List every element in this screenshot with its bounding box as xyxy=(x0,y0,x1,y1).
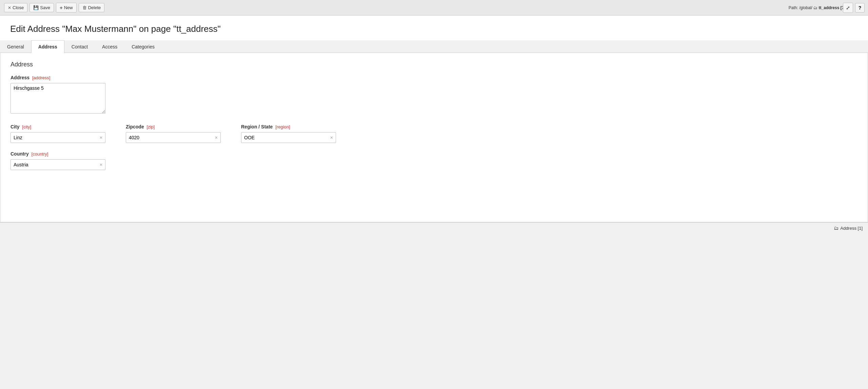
section-heading: Address xyxy=(11,61,857,68)
city-clear-button[interactable]: × xyxy=(97,135,105,140)
delete-icon: 🗑 xyxy=(82,5,87,10)
zipcode-input[interactable] xyxy=(126,132,212,143)
city-key: [city] xyxy=(22,124,31,129)
zipcode-label: Zipcode [zip] xyxy=(126,124,221,129)
page-footer: 🗂 Address [1] xyxy=(0,222,868,233)
zipcode-input-wrapper: × xyxy=(126,132,221,143)
address-key: [address] xyxy=(32,75,50,80)
new-button[interactable]: + New xyxy=(56,3,77,13)
external-link-button[interactable]: ⤢ xyxy=(843,3,853,13)
address-badge-icon: 🗂 xyxy=(834,225,839,231)
footer-badge: 🗂 Address [1] xyxy=(834,225,863,231)
page-title: Edit Address "Max Mustermann" on page "t… xyxy=(10,24,858,34)
footer-badge-label: Address [1] xyxy=(840,226,863,231)
close-label: Close xyxy=(13,5,24,10)
city-input[interactable] xyxy=(11,132,97,143)
region-field: Region / State [region] × xyxy=(241,124,336,143)
tab-access[interactable]: Access xyxy=(95,40,124,53)
save-button[interactable]: 💾 Save xyxy=(29,3,54,12)
path-page: 🗂 xyxy=(813,5,817,10)
city-label: City [city] xyxy=(11,124,105,129)
region-clear-button[interactable]: × xyxy=(328,135,336,140)
path-info: Path: /global/ 🗂 tt_address [78] xyxy=(789,5,848,10)
country-clear-button[interactable]: × xyxy=(97,162,105,167)
save-label: Save xyxy=(40,5,50,10)
region-label: Region / State [region] xyxy=(241,124,336,129)
top-right-actions: ⤢ ? xyxy=(843,3,865,13)
region-key: [region] xyxy=(275,124,290,129)
save-icon: 💾 xyxy=(33,5,39,10)
region-input-wrapper: × xyxy=(241,132,336,143)
city-zip-region-row: City [city] × Zipcode [zip] × Region / S… xyxy=(11,124,857,143)
country-input-wrapper: × xyxy=(11,159,105,170)
close-button[interactable]: ✕ Close xyxy=(4,3,27,12)
path-text: Path: /global/ xyxy=(789,5,812,10)
address-textarea[interactable] xyxy=(11,83,105,114)
zipcode-key: [zip] xyxy=(147,124,155,129)
city-input-wrapper: × xyxy=(11,132,105,143)
tab-categories[interactable]: Categories xyxy=(124,40,162,53)
country-key: [country] xyxy=(32,151,48,157)
main-content: Address Address [address] City [city] × … xyxy=(0,53,868,222)
zipcode-field: Zipcode [zip] × xyxy=(126,124,221,143)
tab-address[interactable]: Address xyxy=(31,40,64,53)
address-field-section: Address [address] xyxy=(11,75,857,115)
zipcode-clear-button[interactable]: × xyxy=(212,135,220,140)
toolbar: ✕ Close 💾 Save + New 🗑 Delete Path: /glo… xyxy=(0,0,868,16)
new-label: New xyxy=(64,5,73,10)
country-label: Country [country] xyxy=(11,151,857,157)
address-label: Address [address] xyxy=(11,75,857,80)
new-icon: + xyxy=(60,5,63,11)
tab-contact[interactable]: Contact xyxy=(64,40,95,53)
country-input[interactable] xyxy=(11,160,97,170)
city-field: City [city] × xyxy=(11,124,105,143)
page-title-area: Edit Address "Max Mustermann" on page "t… xyxy=(0,16,868,40)
region-input[interactable] xyxy=(241,132,328,143)
delete-label: Delete xyxy=(88,5,101,10)
close-icon: ✕ xyxy=(8,5,11,10)
tab-general[interactable]: General xyxy=(0,40,31,53)
tabs-bar: General Address Contact Access Categorie… xyxy=(0,40,868,53)
country-field-section: Country [country] × xyxy=(11,151,857,170)
delete-button[interactable]: 🗑 Delete xyxy=(79,3,105,12)
help-button[interactable]: ? xyxy=(855,3,865,13)
